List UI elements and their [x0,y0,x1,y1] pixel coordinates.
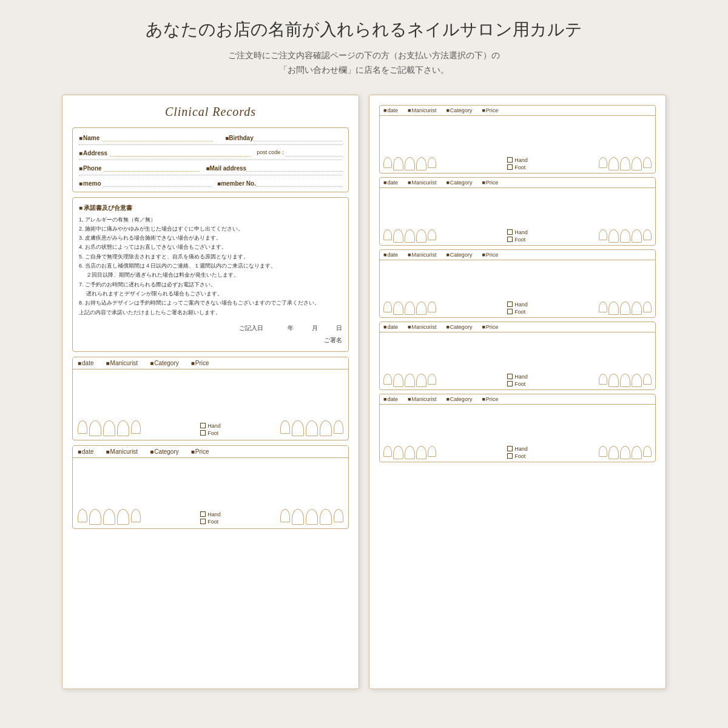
manicurist-col: Manicurist [408,324,436,330]
clinical-title: Clinical Records [72,105,349,119]
foot-option: Foot [507,164,528,170]
record-header-2: date Manicurist Category Price [73,446,348,458]
nail [643,374,652,385]
agreement-item: 8. お持ち込みデザインは予約時間によってご案内できない場合もございますのでご了… [79,298,342,308]
name-label: Name [79,135,99,141]
nail [428,157,436,168]
foot-option: Foot [507,453,528,459]
agreement-item: 4. お爪の状態によってはお直しできない場合もございます。 [79,243,342,252]
hand-foot-label-1: Hand Foot [197,423,224,436]
nail [383,157,392,168]
manicurist-col: Manicurist [408,107,436,113]
right-record-1: date Manicurist Category Price Hand Foot [379,105,656,174]
record-section-1: date Manicurist Category Price Hand Foot [72,357,349,440]
manicurist-col: Manicurist [408,180,436,186]
right-record-body-1 [380,116,655,155]
date-line: ご記入日 年 月 日 [79,322,342,334]
right-record-3: date Manicurist Category Price Hand Foot [379,249,656,318]
nail [620,374,630,387]
nail [383,374,392,385]
right-record-2: date Manicurist Category Price Hand Foot [379,177,656,246]
right-nails-row-4: Hand Foot [380,372,655,389]
right-card: date Manicurist Category Price Hand Foot [369,95,666,689]
right-nails-row-3: Hand Foot [380,300,655,317]
nail [103,420,115,436]
nails-left [383,229,436,243]
hand-option: Hand [507,157,528,163]
nail [405,157,415,170]
mail-label: ■Mail address [206,165,246,172]
foot-option: Foot [200,430,221,436]
record-section-2: date Manicurist Category Price Hand Foot [72,445,349,529]
category-col: Category [446,107,472,113]
price-col: Price [191,448,209,455]
hand-option: Hand [507,446,528,452]
nail [599,374,607,385]
nail [599,446,607,457]
category-col: Category [446,396,472,402]
nail [78,509,87,522]
manicurist-col: Manicurist [408,396,436,402]
nail [428,446,436,457]
nail [608,157,619,170]
agreement-item: 3. 皮膚疾患がみられる場合施術できない場合があります。 [79,234,342,243]
category-col: Category [446,324,472,330]
nail [405,446,415,459]
nail [416,302,426,315]
agreement-items: 1, アレルギーの有無（有／無） 2. 施術中に痛みやかゆみが生じた場合はすぐに… [79,215,342,317]
manicurist-col: Manicurist [408,252,436,258]
nail [393,157,403,170]
nail [599,229,607,240]
nail [280,509,290,522]
nails-left [383,374,436,387]
sign-line: ご署名 [79,334,342,346]
hand-foot-label: Hand Foot [504,302,531,315]
date-col: date [383,396,398,402]
right-record-header-1: date Manicurist Category Price [380,106,655,116]
right-record-4: date Manicurist Category Price Hand Foot [379,322,656,390]
nail [78,420,87,434]
nail [632,229,642,243]
nails-right [599,302,652,315]
nails-left-1 [78,420,141,436]
hand-foot-label: Hand Foot [504,157,531,170]
price-col: Price [482,252,498,258]
price-col: Price [482,396,498,402]
price-col: Price [482,107,498,113]
nail [383,229,392,240]
right-record-body-4 [380,332,655,372]
hand-option: Hand [200,511,221,517]
nails-row-2: Hand Foot [73,507,348,528]
nail [306,509,318,525]
hand-foot-label: Hand Foot [504,446,531,459]
nail [416,446,426,459]
nail [416,374,426,387]
nails-right [599,374,652,387]
right-record-header-4: date Manicurist Category Price [380,322,655,332]
foot-option: Foot [507,381,528,387]
nails-left [383,157,436,170]
right-record-header-3: date Manicurist Category Price [380,250,655,260]
agreement-item: 遅れられますとデザインが限られる場合もございます。 [79,289,342,298]
nail [643,446,652,457]
agreement-item: ２回目以降、期間が過ぎられた場合は料金が発生いたします。 [79,271,342,280]
record-body-2 [73,458,348,507]
right-record-header-2: date Manicurist Category Price [380,178,655,188]
foot-option: Foot [507,237,528,243]
birthday-label: ■Birthday [225,135,254,141]
nail [620,446,630,459]
nail [416,157,426,170]
cards-container: Clinical Records Name ■Birthday Address … [12,95,716,689]
right-record-body-2 [380,188,655,228]
date-col: date [383,252,398,258]
nail [608,229,619,243]
nail [428,229,436,240]
nail [393,446,403,459]
agreement-item: 5. ご自身で無理矢理除去されますと、自爪を痛める原因となります。 [79,252,342,261]
hand-option: Hand [507,374,528,380]
nail [89,420,101,436]
agreement-item: 1, アレルギーの有無（有／無） [79,215,342,224]
nail [292,420,304,436]
agreement-item: 2. 施術中に痛みやかゆみが生じた場合はすぐに申し出てください。 [79,224,342,234]
hand-option: Hand [507,302,528,308]
